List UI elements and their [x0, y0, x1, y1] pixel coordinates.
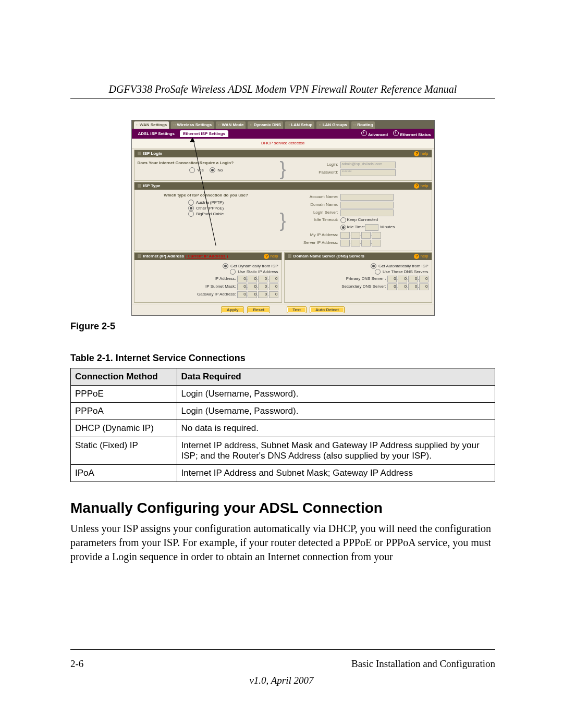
ip-octet[interactable]: 0 — [248, 276, 257, 282]
austria-radio[interactable] — [188, 200, 194, 205]
arrow-icon — [361, 130, 367, 136]
table-row: Static (Fixed) IPInternet IP address, Su… — [71, 437, 495, 465]
ip-octet[interactable]: 0 — [237, 291, 247, 298]
detect-message: DHCP service detected — [132, 139, 434, 149]
subtab-adsl[interactable]: ADSL ISP Settings — [135, 130, 178, 138]
ip-octet[interactable] — [351, 240, 360, 246]
tab-dynamic-dns[interactable]: ::Dynamic DNS — [248, 121, 283, 129]
ip-octet[interactable]: 0 — [398, 276, 407, 282]
chapter-name: Basic Installation and Configuration — [351, 658, 495, 670]
login-server-field[interactable] — [340, 209, 394, 216]
body-paragraph: Unless your ISP assigns your configurati… — [70, 522, 495, 564]
ip-octet[interactable]: 0 — [258, 291, 267, 298]
ip-octet[interactable]: 0 — [419, 283, 429, 290]
static-ip-radio[interactable] — [230, 269, 236, 275]
arrow-icon — [393, 130, 399, 136]
page-number: 2-6 — [70, 658, 83, 670]
bigpond-radio[interactable] — [188, 211, 194, 217]
ip-octet[interactable]: 0 — [258, 283, 267, 290]
table-row: DHCP (Dynamic IP)No data is required. — [71, 420, 495, 437]
dns-auto-radio[interactable] — [371, 263, 376, 269]
version-footer: v1.0, April 2007 — [0, 675, 563, 686]
tab-wireless-settings[interactable]: ::Wireless Settings — [171, 121, 214, 129]
help-icon: ? — [414, 254, 419, 259]
ip-octet[interactable]: 0 — [237, 276, 247, 282]
help-link[interactable]: ?help — [264, 254, 278, 259]
ip-octet[interactable] — [361, 240, 371, 246]
tab-lan-setup[interactable]: ::LAN Setup — [285, 121, 314, 129]
main-tab-row: ::WAN Settings ::Wireless Settings ::WAN… — [132, 120, 434, 129]
current-ip-link[interactable]: ( Current IP Address ) — [185, 254, 228, 259]
table-caption: Table 2-1. Internet Service Connections — [70, 353, 495, 364]
help-icon: ? — [264, 254, 269, 259]
login-field[interactable]: admin@isp_dsl/adsl.com — [340, 162, 396, 168]
dns-panel: Domain Name Server (DNS) Servers ?help G… — [284, 252, 432, 303]
router-screenshot: ::WAN Settings ::Wireless Settings ::WAN… — [131, 120, 435, 316]
ip-octet[interactable]: 0 — [269, 276, 278, 282]
help-link[interactable]: ?help — [414, 151, 428, 156]
brace-icon: } — [276, 214, 289, 227]
ip-octet[interactable] — [372, 232, 381, 239]
ip-octet[interactable]: 0 — [248, 291, 257, 298]
keep-connected-radio[interactable] — [340, 217, 346, 223]
figure-caption: Figure 2-5 — [70, 321, 495, 332]
ip-octet[interactable] — [340, 232, 350, 239]
test-button[interactable]: Test — [287, 306, 307, 314]
dns-these-radio[interactable] — [375, 269, 381, 275]
tab-lan-groups[interactable]: ::LAN Groups — [316, 121, 349, 129]
other-pppoe-radio[interactable] — [188, 205, 194, 211]
section-heading: Manually Configuring your ADSL Connectio… — [70, 500, 495, 516]
ethernet-status-link[interactable]: Ethernet Status — [393, 130, 431, 138]
subtab-ethernet[interactable]: Ethernet ISP Settings — [180, 130, 228, 138]
tab-wan-mode[interactable]: ::WAN Mode — [216, 121, 246, 129]
reset-button[interactable]: Reset — [247, 306, 270, 314]
ip-octet[interactable]: 0 — [237, 283, 247, 290]
ip-octet[interactable] — [340, 240, 350, 246]
tab-routing[interactable]: ::Routing — [351, 121, 375, 129]
footer-rule — [70, 649, 495, 650]
domain-name-field[interactable] — [340, 202, 394, 208]
ip-octet[interactable]: 0 — [269, 291, 278, 298]
ip-octet[interactable]: 0 — [419, 276, 429, 282]
table-header: Connection Method — [71, 368, 177, 386]
brace-icon: } — [276, 162, 289, 175]
help-link[interactable]: ?help — [414, 254, 428, 259]
doc-header-title: DGFV338 ProSafe Wireless ADSL Modem VPN … — [70, 83, 495, 98]
tab-wan-settings[interactable]: ::WAN Settings — [134, 121, 169, 129]
login-yes-radio[interactable] — [189, 167, 195, 173]
help-link[interactable]: ?help — [414, 183, 428, 189]
ip-octet[interactable]: 0 — [398, 283, 407, 290]
password-field[interactable]: ******* — [340, 169, 396, 176]
help-icon: ? — [414, 151, 419, 156]
dyn-ip-radio[interactable] — [223, 263, 228, 269]
table-header: Data Required — [177, 368, 495, 386]
ip-octet[interactable]: 0 — [408, 276, 418, 282]
connections-table: Connection Method Data Required PPPoELog… — [70, 368, 495, 482]
ip-octet[interactable]: 0 — [258, 276, 267, 282]
ip-octet[interactable]: 0 — [248, 283, 257, 290]
table-row: PPPoELogin (Username, Password). — [71, 386, 495, 403]
advanced-link[interactable]: Advanced — [361, 130, 388, 138]
login-question: Does Your Internet Connection Require a … — [138, 161, 275, 166]
ip-octet[interactable]: 0 — [387, 283, 397, 290]
auto-detect-button[interactable]: Auto Detect — [310, 306, 345, 314]
idle-time-radio[interactable] — [340, 225, 346, 230]
help-icon: ? — [414, 183, 419, 189]
ip-octet[interactable] — [372, 240, 381, 246]
ip-octet[interactable]: 0 — [269, 283, 278, 290]
apply-button[interactable]: Apply — [221, 306, 244, 314]
login-no-radio[interactable] — [210, 167, 215, 173]
ip-octet[interactable]: 0 — [387, 276, 397, 282]
idle-time-field[interactable] — [365, 224, 378, 231]
isp-type-panel: ISP Type ?help Which type of ISP connect… — [134, 182, 432, 251]
isp-login-panel: ISP Login ?help Does Your Internet Conne… — [134, 150, 432, 181]
table-row: PPPoALogin (Username, Password). — [71, 403, 495, 420]
ip-octet[interactable]: 0 — [408, 283, 418, 290]
account-name-field[interactable] — [340, 194, 394, 201]
header-rule — [70, 98, 495, 99]
ip-octet[interactable] — [351, 232, 360, 239]
isp-type-title: ISP Type — [143, 183, 161, 189]
ip-address-panel: Internet (IP) Address ( Current IP Addre… — [134, 252, 282, 303]
ip-octet[interactable] — [361, 232, 371, 239]
button-bar: Apply Reset Test Auto Detect — [132, 304, 434, 316]
